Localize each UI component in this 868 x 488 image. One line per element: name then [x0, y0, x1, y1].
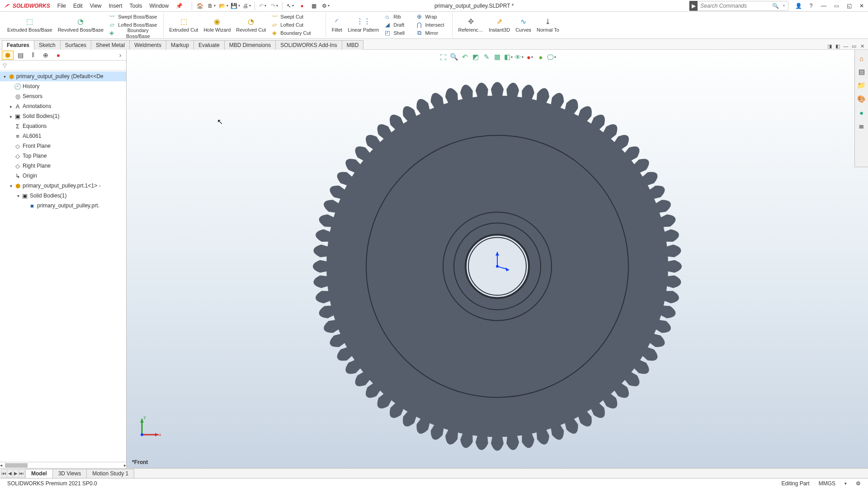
- tree-history[interactable]: 🕘History: [0, 81, 126, 91]
- btab-3dviews[interactable]: 3D Views: [52, 469, 87, 478]
- extruded-boss-button[interactable]: ⬚Extruded Boss/Base: [5, 13, 55, 38]
- zoom-fit-icon[interactable]: ⛶: [438, 52, 448, 61]
- appearance-icon[interactable]: ●: [525, 52, 535, 61]
- tree-solid-bodies[interactable]: ▸▣Solid Bodies(1): [0, 111, 126, 121]
- tree-tab-dim-icon[interactable]: ⊕: [40, 51, 52, 60]
- tree-tab-config-icon[interactable]: 𝄃: [27, 51, 39, 60]
- task-view-palette-icon[interactable]: 🎨: [856, 94, 867, 104]
- tree-tab-feature-icon[interactable]: ⬢: [2, 51, 14, 60]
- menu-file[interactable]: File: [54, 0, 70, 12]
- home-icon[interactable]: 🏠: [194, 1, 205, 11]
- tree-tab-property-icon[interactable]: ▤: [14, 51, 26, 60]
- tree-body-leaf[interactable]: ■primary_output_pulley.prt.: [0, 201, 126, 211]
- hole-wizard-button[interactable]: ◉Hole Wizard: [201, 13, 233, 38]
- task-file-explorer-icon[interactable]: 📁: [856, 80, 867, 91]
- redo-icon[interactable]: ↷: [269, 1, 280, 11]
- menu-tools[interactable]: Tools: [126, 0, 146, 12]
- fillet-button[interactable]: ◜Fillet: [329, 13, 345, 38]
- normal-to-button[interactable]: ⤓Normal To: [534, 13, 562, 38]
- close-icon[interactable]: ✕: [855, 1, 868, 11]
- view-orient-icon[interactable]: ▦: [492, 52, 502, 61]
- tree-hscrollbar[interactable]: ◂▸: [0, 462, 126, 468]
- expand-icon[interactable]: ▸: [8, 104, 14, 109]
- panel-max-icon[interactable]: ▭: [850, 43, 858, 49]
- tab-nav-last-icon[interactable]: ⏭: [19, 469, 25, 478]
- menu-view[interactable]: View: [86, 0, 105, 12]
- new-doc-icon[interactable]: 🗎: [206, 1, 217, 11]
- boundary-cut-button[interactable]: ◈Boundary Cut: [269, 29, 323, 38]
- task-home-icon[interactable]: ⌂: [856, 53, 867, 64]
- search-icon[interactable]: 🔍: [771, 3, 779, 9]
- open-icon[interactable]: 📂: [218, 1, 229, 11]
- task-design-lib-icon[interactable]: ▤: [856, 66, 867, 77]
- tree-tab-appearance-icon[interactable]: ●: [52, 51, 64, 60]
- menu-insert[interactable]: Insert: [105, 0, 126, 12]
- hide-show-icon[interactable]: 👁: [514, 52, 524, 61]
- tree-front-plane[interactable]: ◇Front Plane: [0, 141, 126, 151]
- menu-edit[interactable]: Edit: [70, 0, 86, 12]
- tree-filter-row[interactable]: ▽: [0, 61, 126, 70]
- tab-addins[interactable]: SOLIDWORKS Add-Ins: [275, 40, 342, 50]
- tree-root[interactable]: ▾ ⬢ primary_output_pulley (Default<<De: [0, 71, 126, 81]
- tab-markup[interactable]: Markup: [166, 40, 194, 50]
- menu-pin[interactable]: 📌: [172, 0, 186, 12]
- linear-pattern-button[interactable]: ⋮⋮Linear Pattern: [345, 13, 382, 38]
- tab-nav-first-icon[interactable]: ⏮: [1, 469, 7, 478]
- search-input[interactable]: [698, 3, 771, 9]
- intersect-button[interactable]: ⋂Intersect: [413, 21, 449, 29]
- tab-sheet-metal[interactable]: Sheet Metal: [91, 40, 130, 50]
- panel-close-icon[interactable]: ✕: [858, 43, 866, 49]
- wrap-button[interactable]: ⊕Wrap: [413, 13, 449, 21]
- panel-min-icon[interactable]: —: [842, 43, 850, 49]
- display-style-icon[interactable]: ◧: [503, 52, 513, 61]
- expand-icon[interactable]: ▸: [8, 114, 14, 119]
- panel-dock2-icon[interactable]: ◧: [834, 43, 842, 49]
- expand-icon[interactable]: ▾: [2, 74, 7, 79]
- file-props-icon[interactable]: ▦: [308, 1, 319, 11]
- tree-annotations[interactable]: ▸AAnnotations: [0, 101, 126, 111]
- revolved-boss-button[interactable]: ◔Revolved Boss/Base: [55, 13, 107, 38]
- swept-boss-button[interactable]: 〰Swept Boss/Base: [106, 13, 160, 21]
- ref-geom-button[interactable]: ✥Referenc…: [455, 13, 486, 38]
- tree-origin[interactable]: ↳Origin: [0, 171, 126, 181]
- status-dropdown-icon[interactable]: ▾: [840, 481, 851, 486]
- select-icon[interactable]: ↖: [285, 1, 296, 11]
- login-icon[interactable]: 👤: [792, 1, 805, 11]
- dynamic-annot-icon[interactable]: ✎: [481, 52, 491, 61]
- instant3d-button[interactable]: ⇗Instant3D: [486, 13, 513, 38]
- status-customize-icon[interactable]: ⚙: [851, 480, 865, 487]
- curves-button[interactable]: ∿Curves: [513, 13, 534, 38]
- tab-nav-next-icon[interactable]: ▶: [13, 469, 19, 478]
- rib-button[interactable]: ⏢Rib: [382, 13, 413, 21]
- mirror-button[interactable]: ⧉Mirror: [413, 29, 449, 38]
- tree-top-plane[interactable]: ◇Top Plane: [0, 151, 126, 161]
- print-icon[interactable]: 🖨: [241, 1, 252, 11]
- tab-nav-prev-icon[interactable]: ◀: [7, 469, 13, 478]
- tree-material[interactable]: ≡AL6061: [0, 131, 126, 141]
- rebuild-icon[interactable]: ●: [297, 1, 307, 11]
- tree-equations[interactable]: ΣEquations: [0, 121, 126, 131]
- previous-view-icon[interactable]: ↶: [460, 52, 470, 61]
- tab-mbd[interactable]: MBD: [342, 40, 364, 50]
- tab-surfaces[interactable]: Surfaces: [60, 40, 91, 50]
- minimize-icon[interactable]: —: [817, 1, 830, 11]
- draft-button[interactable]: ◢Draft: [382, 21, 413, 29]
- tab-sketch[interactable]: Sketch: [34, 40, 61, 50]
- graphics-viewport[interactable]: ⛶ 🔍 ↶ ◩ ✎ ▦ ◧ 👁 ● ● 🖵: [127, 50, 868, 468]
- task-custom-props-icon[interactable]: ≣: [856, 121, 867, 131]
- save-icon[interactable]: 💾: [230, 1, 241, 11]
- section-view-icon[interactable]: ◩: [471, 52, 481, 61]
- expand-icon[interactable]: ▾: [15, 193, 21, 198]
- maximize-icon[interactable]: ◱: [843, 1, 855, 11]
- revolved-cut-button[interactable]: ◔Revolved Cut: [233, 13, 269, 38]
- zoom-area-icon[interactable]: 🔍: [449, 52, 459, 61]
- tree-collapse-icon[interactable]: ›: [117, 51, 123, 60]
- undo-icon[interactable]: ↶: [257, 1, 268, 11]
- scene-icon[interactable]: ●: [536, 52, 546, 61]
- tree-imported-body[interactable]: ▾⬢primary_output_pulley.prt.1<1> -: [0, 181, 126, 191]
- task-appearances-icon[interactable]: ●: [856, 107, 867, 118]
- options-icon[interactable]: ⚙: [320, 1, 331, 11]
- boundary-boss-button[interactable]: ◈Boundary Boss/Base: [106, 29, 160, 38]
- tab-evaluate[interactable]: Evaluate: [193, 40, 225, 50]
- tab-features[interactable]: Features: [2, 40, 34, 50]
